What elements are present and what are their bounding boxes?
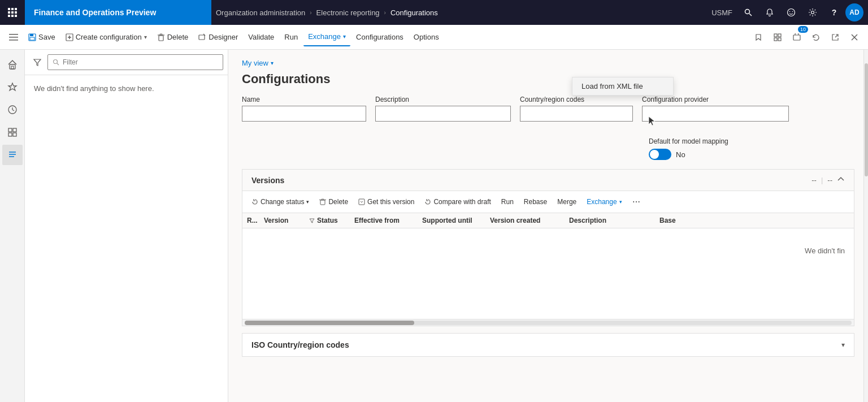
config-view-header: My view ▾ [228, 50, 868, 72]
breadcrumb: Organization administration › Electronic… [211, 8, 711, 17]
versions-delete-button[interactable]: Delete [315, 194, 353, 209]
form-row-1: Name Description Country/region codes Co… [242, 96, 854, 122]
configurations-title: Configurations [228, 72, 868, 96]
horizontal-scrollbar[interactable] [242, 319, 854, 326]
notification-bell-icon[interactable] [760, 2, 780, 23]
svg-line-38 [57, 63, 59, 65]
col-ver-created-header: Version created [490, 217, 569, 224]
main-layout: We didn't find anything to show here. Lo… [0, 50, 868, 402]
breadcrumb-org[interactable]: Organization administration [216, 8, 305, 17]
svg-rect-10 [30, 34, 33, 36]
left-panel-content: We didn't find anything to show here. [25, 75, 228, 402]
undo-icon-btn[interactable] [807, 28, 825, 46]
merge-button[interactable]: Merge [553, 194, 581, 209]
more-options-button[interactable]: ⋯ [628, 194, 645, 209]
sidebar-favorites-btn[interactable] [2, 77, 23, 97]
configuration-provider-field: Configuration provider [642, 96, 789, 122]
sidebar-home-btn[interactable] [2, 54, 23, 75]
sidebar-list-btn[interactable] [2, 145, 23, 165]
compare-with-draft-button[interactable]: Compare with draft [420, 194, 495, 209]
create-configuration-button[interactable]: Create configuration ▾ [61, 28, 151, 46]
search-input[interactable] [63, 58, 218, 66]
provider-input[interactable] [642, 106, 789, 122]
smiley-icon[interactable] [781, 2, 801, 23]
configurations-button[interactable]: Configurations [351, 28, 408, 46]
options-button[interactable]: Options [409, 28, 444, 46]
versions-run-button[interactable]: Run [497, 194, 518, 209]
load-from-xml-option[interactable]: Load from XML file [572, 77, 673, 95]
description-input[interactable] [375, 106, 511, 122]
svg-rect-20 [778, 34, 781, 37]
delete-button[interactable]: Delete [153, 28, 193, 46]
provider-label: Configuration provider [642, 96, 789, 103]
breadcrumb-chevron1: › [310, 10, 311, 16]
versions-section: Versions -- | -- Change status ▾ [242, 169, 854, 326]
description-label: Description [375, 96, 511, 103]
versions-toolbar: Change status ▾ Delete Get this version … [242, 191, 854, 213]
badge-icon-btn[interactable]: 10 [788, 28, 806, 46]
validate-button[interactable]: Validate [244, 28, 279, 46]
versions-dash1: -- [811, 176, 817, 184]
grid-menu-icon[interactable] [0, 0, 25, 25]
usmf-label: USMF [711, 8, 732, 17]
change-status-chevron: ▾ [306, 199, 309, 205]
svg-rect-19 [774, 34, 777, 37]
breadcrumb-er[interactable]: Electronic reporting [316, 8, 380, 17]
change-status-button[interactable]: Change status ▾ [247, 194, 314, 209]
settings-icon[interactable] [802, 2, 823, 23]
my-view-chevron-icon: ▾ [271, 60, 274, 66]
top-bar-grid: Finance and Operations Preview Organizat… [0, 0, 868, 25]
versions-header: Versions -- | -- [242, 170, 854, 191]
scrollbar-track [245, 321, 852, 325]
versions-exchange-button[interactable]: Exchange ▾ [582, 194, 626, 209]
exchange-dropdown-menu: Load from XML file [572, 77, 674, 96]
search-icon-btn[interactable] [738, 2, 758, 23]
menu-toggle-btn[interactable] [5, 28, 23, 46]
designer-button[interactable]: Designer [194, 28, 242, 46]
rebase-button[interactable]: Rebase [519, 194, 552, 209]
default-mapping-toggle[interactable] [649, 149, 671, 160]
top-right-icons: USMF ? AD [711, 2, 868, 23]
versions-empty-message: We didn't fin [242, 228, 854, 273]
secondary-toolbar: Save Create configuration ▾ Delete Desig… [0, 25, 868, 50]
svg-rect-32 [8, 133, 12, 136]
versions-exchange-chevron: ▾ [619, 199, 622, 205]
versions-collapse-btn[interactable] [837, 175, 845, 185]
save-button[interactable]: Save [24, 28, 60, 46]
sidebar-recent-btn[interactable] [2, 100, 23, 120]
svg-rect-42 [359, 199, 364, 205]
bookmark-icon-btn[interactable] [749, 28, 767, 46]
versions-dash2: -- [827, 176, 832, 184]
search-icon [53, 59, 59, 66]
form-section: Name Description Country/region codes Co… [228, 96, 868, 137]
svg-rect-15 [159, 36, 163, 41]
svg-point-5 [811, 11, 814, 14]
my-view-button[interactable]: My view ▾ [242, 59, 274, 67]
col-eff-from-header: Effective from [354, 217, 422, 224]
close-icon-btn[interactable] [845, 28, 863, 46]
right-scrollbar-thumb [865, 63, 868, 176]
help-icon[interactable]: ? [824, 2, 844, 23]
get-this-version-button[interactable]: Get this version [354, 194, 419, 209]
svg-rect-21 [774, 38, 777, 41]
user-avatar[interactable]: AD [845, 3, 863, 21]
create-icon [66, 33, 73, 41]
left-panel: We didn't find anything to show here. [25, 50, 228, 402]
svg-rect-22 [778, 38, 781, 41]
right-scrollbar[interactable] [863, 50, 868, 402]
filter-icon-btn[interactable] [29, 54, 45, 70]
country-codes-input[interactable] [520, 106, 633, 122]
run-button[interactable]: Run [280, 28, 302, 46]
name-input[interactable] [242, 106, 366, 122]
iso-section-header[interactable]: ISO Country/region codes ▾ [242, 334, 854, 356]
svg-rect-41 [322, 199, 324, 200]
exchange-button[interactable]: Exchange ▾ [303, 28, 350, 46]
multiview-icon-btn[interactable] [769, 28, 787, 46]
sidebar-workspace-btn[interactable] [2, 122, 23, 142]
col-r-header: R... [247, 217, 264, 224]
designer-icon [198, 33, 206, 41]
status-filter-icon[interactable] [309, 218, 315, 223]
external-link-icon-btn[interactable] [826, 28, 844, 46]
svg-point-37 [54, 60, 58, 64]
svg-rect-18 [199, 35, 205, 40]
